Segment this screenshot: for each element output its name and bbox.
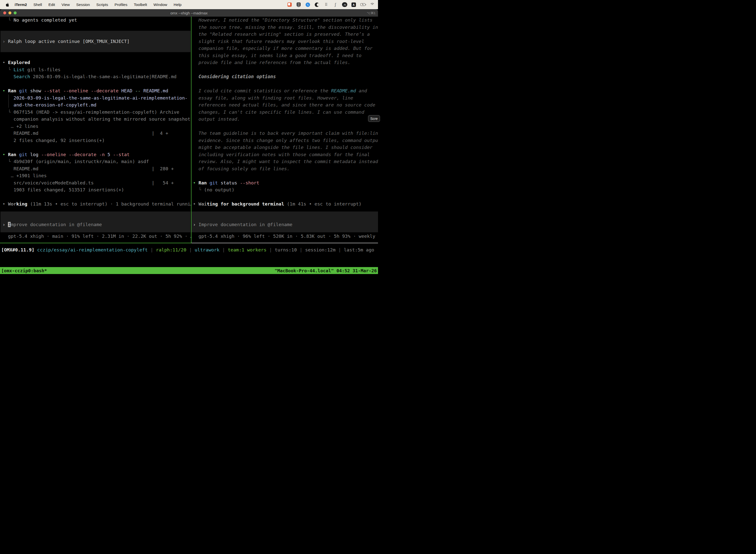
window-shortcut-badge: ⌥⌘1 xyxy=(367,11,376,15)
apple-icon xyxy=(5,2,9,7)
battery-icon[interactable]: ϟ xyxy=(360,2,365,7)
right-terminal-line: essay file, along with finding root file… xyxy=(193,95,353,102)
omx-terminal-line: [OMX#0.11.9] cczip/essay/ai-reimplementa… xyxy=(1,246,374,254)
left-terminal-line: … +2 lines xyxy=(2,123,39,130)
left-terminal-line: gpt-5.4 xhigh · main · 91% left · 2.31M … xyxy=(2,233,191,240)
right-terminal-line: • Waiting for background terminal (1m 41… xyxy=(193,201,361,208)
menu-item-iterm2[interactable]: iTerm2 xyxy=(11,2,30,7)
right-terminal-line: might be acceptable alongside the file l… xyxy=(193,144,373,151)
right-terminal-line: of focusing solely on file lines. xyxy=(193,165,290,172)
right-terminal-line: references need actual files, and since … xyxy=(193,102,375,109)
battery-percent-icon[interactable]: ..61 xyxy=(342,2,347,7)
right-terminal-line: Considering citation options xyxy=(193,73,276,80)
pane-divider-vertical[interactable] xyxy=(191,17,191,243)
right-terminal-line: slight risk that future readers may over… xyxy=(193,38,364,45)
right-terminal-line: evidence. Since this change only affects… xyxy=(193,137,378,144)
menu-item-profiles[interactable]: Profiles xyxy=(111,2,131,7)
right-terminal-line: › Improve documentation in @filename xyxy=(193,221,293,228)
left-terminal-line: and-the-erosion-of-copyleft.md xyxy=(2,102,97,109)
left-terminal-line: • Ran git log --oneline --decorate -n 5 … xyxy=(2,151,129,158)
input-source-a-icon[interactable]: A xyxy=(351,2,356,7)
squiggle-icon[interactable]: ∫ xyxy=(333,2,338,7)
apple-menu-icon[interactable] xyxy=(3,2,11,7)
right-pane: However, I noticed the "Directory Struct… xyxy=(191,17,378,243)
left-terminal-line: src/voice/voiceModeEnabled.ts | 54 + xyxy=(2,179,174,187)
menu-item-scripts[interactable]: Scripts xyxy=(93,2,111,7)
right-terminal-line: gpt-5.4 xhigh · 96% left · 520K in · 5.8… xyxy=(193,233,378,240)
dots-grid-icon[interactable]: ⠿ xyxy=(324,2,329,7)
tmux-session-label: [omx-cczip0:bash* xyxy=(1,268,47,273)
menu-bar: iTerm2ShellEditViewSessionScriptsProfile… xyxy=(0,0,378,9)
menu-item-edit[interactable]: Edit xyxy=(45,2,58,7)
tmux-status-bar: [omx-cczip0:bash* "MacBook-Pro-44.local"… xyxy=(0,267,378,274)
right-terminal-line: I could cite commit statistics or refere… xyxy=(193,88,367,95)
left-terminal-line: … +1901 lines xyxy=(2,172,47,179)
left-terminal-line: • Ran git show --stat --oneline --decora… xyxy=(2,88,168,95)
wifi-icon[interactable] xyxy=(370,2,375,7)
tmux-host-clock-label: "MacBook-Pro-44.local" 04:52 31-Mar-26 xyxy=(274,268,377,273)
left-terminal-line: • Explored xyxy=(2,59,30,66)
record-badge-icon[interactable] xyxy=(287,2,292,7)
left-terminal-line: 2026-03-09-is-legal-the-same-as-legitima… xyxy=(2,95,188,102)
omx-status-bar: [OMX#0.11.9] cczip/essay/ai-reimplementa… xyxy=(0,243,378,267)
left-terminal-line: › Improve documentation in @filename xyxy=(2,221,102,228)
menu-item-session[interactable]: Session xyxy=(73,2,93,7)
left-terminal-line: › Ralph loop active continue [OMX_TMUX_I… xyxy=(2,38,129,45)
right-terminal-line: changes, I can't cite specific file line… xyxy=(193,109,364,116)
window-title-bar: omx --xhigh --madmax ⌥⌘1 xyxy=(0,9,378,17)
terminal-content: └ No agents completed yet› Ralph loop ac… xyxy=(0,17,378,267)
menu-item-shell[interactable]: Shell xyxy=(30,2,45,7)
right-terminal-line: review. Also, I might want to inspect th… xyxy=(193,158,378,165)
menu-item-help[interactable]: Help xyxy=(170,2,185,7)
left-terminal-line: └ 4b9d30f (origin/main, instructkr/main,… xyxy=(2,158,149,165)
left-terminal-line: └ 067f154 (HEAD -> essay/ai-reimplementa… xyxy=(2,109,179,116)
left-pane: └ No agents completed yet› Ralph loop ac… xyxy=(0,17,191,243)
right-terminal-line: provide file and line references from th… xyxy=(193,59,351,66)
right-terminal-line: • Ran git status --short xyxy=(193,179,259,187)
right-terminal-line: including verification notes with those … xyxy=(193,151,370,158)
left-terminal-line: 2 files changed, 92 insertions(+) xyxy=(2,137,105,144)
keypad-icon[interactable]: ••••••••• xyxy=(296,2,301,7)
menu-bar-status-icons: ••••••••• ϟ ⠿ ∫ ..61 A ϟ xyxy=(287,2,378,7)
left-terminal-line: 1903 files changed, 513517 insertions(+) xyxy=(2,186,124,193)
left-terminal-line: companion analysis without altering the … xyxy=(2,116,190,123)
right-terminal-line: the "Related research writing" section i… xyxy=(193,31,370,38)
left-terminal-line: └ No agents completed yet xyxy=(2,17,77,24)
left-terminal-line: • Working (11m 13s • esc to interrupt) ·… xyxy=(2,201,191,208)
menu-item-view[interactable]: View xyxy=(58,2,73,7)
right-terminal-line: However, I noticed the "Directory Struct… xyxy=(193,17,373,24)
left-terminal-line: Search 2026-03-09-is-legal-the-same-as-l… xyxy=(2,73,177,80)
left-terminal-line: └ List git ls-files xyxy=(2,66,61,73)
right-terminal-line: output instead. xyxy=(193,116,240,123)
menu-bar-items: iTerm2ShellEditViewSessionScriptsProfile… xyxy=(11,2,185,7)
screen-share-popup-label: Scre xyxy=(370,117,378,121)
moon-disc-icon[interactable] xyxy=(315,2,319,7)
right-terminal-line: the source tree, missing the essay. Stil… xyxy=(193,24,378,31)
left-terminal-line: README.md | 4 + xyxy=(2,130,168,137)
menu-item-toolbelt[interactable]: Toolbelt xyxy=(130,2,150,7)
window-title: omx --xhigh --madmax xyxy=(0,11,378,15)
right-terminal-line: The team guideline is to back every impo… xyxy=(193,130,378,137)
menu-item-window[interactable]: Window xyxy=(150,2,170,7)
screen-share-popup[interactable]: Scre xyxy=(368,115,378,122)
messenger-icon[interactable]: ϟ xyxy=(305,2,310,7)
left-terminal-line: README.md | 280 + xyxy=(2,165,174,172)
right-terminal-line: └ (no output) xyxy=(193,186,234,193)
right-terminal-line: this single essay, it seems like a good … xyxy=(193,52,361,59)
right-terminal-line: companion file, especially if more comme… xyxy=(193,45,373,52)
